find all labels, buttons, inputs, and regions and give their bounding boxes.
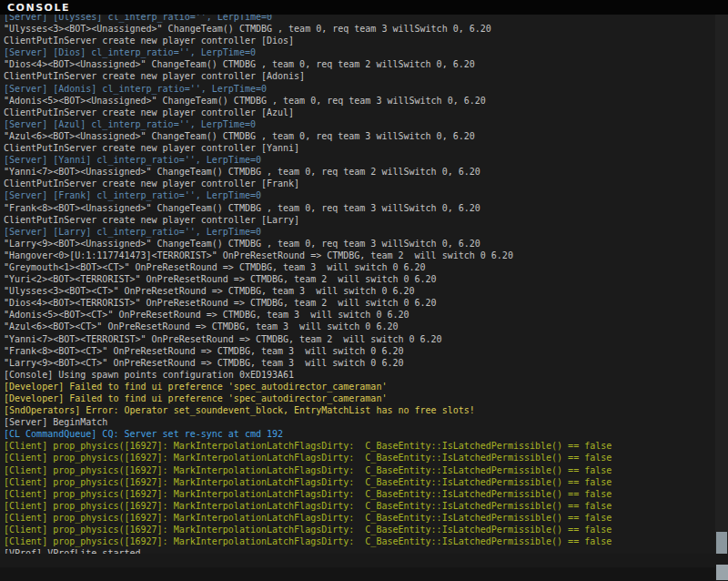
console-line: [Developer] Failed to find ui preference… [4,381,715,392]
console-window: CONSOLE [Server] [Ulysses] cl_interp_rat… [0,0,728,581]
console-line: [Server] [Dios] cl_interp_ratio='', Lerp… [4,46,715,58]
console-line: [Server] BeginMatch [4,416,715,428]
console-line: ClientPutInServer create new player cont… [4,142,715,154]
console-line: [Console] Using spawn points configurati… [4,369,715,381]
console-line: ClientPutInServer create new player cont… [4,70,715,82]
vertical-scrollbar[interactable] [715,15,728,554]
console-log[interactable]: [Server] [Ulysses] cl_interp_ratio='', L… [0,15,715,554]
console-line: "Greymouth<1><BOT><CT>" OnPreResetRound … [4,261,715,273]
console-line: "Azul<6><BOT><Unassigned>" ChangeTeam() … [4,130,715,142]
console-line: "Adonis<5><BOT><CT>" OnPreResetRound => … [4,309,715,321]
console-line: "Dios<4><BOT><Unassigned>" ChangeTeam() … [4,58,715,70]
console-line: "Hangover<0>[U:1:117741473]<TERRORIST>" … [4,250,715,261]
vertical-scrollbar-thumb[interactable] [716,532,727,554]
console-line: ClientPutInServer create new player cont… [4,107,715,118]
scrollbar-corner [716,565,728,580]
console-line: [Client] prop_physics([16927]: MarkInter… [4,524,715,535]
console-line: "Azul<6><BOT><CT>" OnPreResetRound => CT… [4,321,715,332]
console-title: CONSOLE [7,2,70,14]
console-line: [Server] [Adonis] cl_interp_ratio='', Le… [4,83,715,95]
console-line: "Yanni<7><BOT><TERRORIST>" OnPreResetRou… [4,333,715,345]
console-line: ClientPutInServer create new player cont… [4,178,715,189]
console-line: [Client] prop_physics([16927]: MarkInter… [4,535,715,547]
console-line: [Client] prop_physics([16927]: MarkInter… [4,488,715,500]
console-bottom-bar [0,554,728,581]
console-line: [Client] prop_physics([16927]: MarkInter… [4,452,715,464]
console-titlebar: CONSOLE [0,0,728,15]
console-line: [VProf] VProfLite started. [4,547,715,554]
console-line: "Ulysses<3><BOT><Unassigned>" ChangeTeam… [4,23,715,35]
console-line: [Client] prop_physics([16927]: MarkInter… [4,476,715,488]
console-line: ClientPutInServer create new player cont… [4,35,715,46]
console-line: "Frank<8><BOT><Unassigned>" ChangeTeam()… [4,202,715,214]
console-line: [Client] prop_physics([16927]: MarkInter… [4,512,715,524]
console-line: "Frank<8><BOT><CT>" OnPreResetRound => C… [4,345,715,357]
console-line: "Larry<9><BOT><Unassigned>" ChangeTeam()… [4,238,715,250]
console-line: "Ulysses<3><BOT><CT>" OnPreResetRound =>… [4,285,715,297]
console-line: "Dios<4><BOT><TERRORIST>" OnPreResetRoun… [4,297,715,309]
console-line: [Server] [Azul] cl_interp_ratio='', Lerp… [4,118,715,130]
console-line: ClientPutInServer create new player cont… [4,214,715,226]
horizontal-scrollbar[interactable] [0,567,715,581]
console-line: [Client] prop_physics([16927]: MarkInter… [4,500,715,512]
console-line: [Server] [Larry] cl_interp_ratio='', Ler… [4,226,715,238]
console-line: "Yuri<2><BOT><TERRORIST>" OnPreResetRoun… [4,273,715,285]
console-line: "Larry<9><BOT><CT>" OnPreResetRound => C… [4,357,715,369]
console-line: [Client] prop_physics([16927]: MarkInter… [4,464,715,476]
console-line: [Server] [Yanni] cl_interp_ratio='', Ler… [4,154,715,166]
console-line: [Client] prop_physics([16927]: MarkInter… [4,440,715,452]
console-line: [CL CommandQueue] CQ: Server set re-sync… [4,428,715,440]
console-line: [Developer] Failed to find ui preference… [4,392,715,404]
console-line: [SndOperators] Error: Operator set_sound… [4,404,715,416]
console-line: "Yanni<7><BOT><Unassigned>" ChangeTeam()… [4,166,715,178]
console-line: [Server] [Frank] cl_interp_ratio='', Ler… [4,189,715,201]
console-line: "Adonis<5><BOT><Unassigned>" ChangeTeam(… [4,95,715,107]
console-line: [Server] [Ulysses] cl_interp_ratio='', L… [4,15,715,23]
